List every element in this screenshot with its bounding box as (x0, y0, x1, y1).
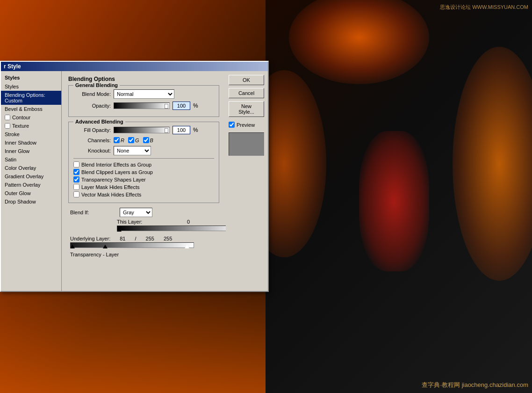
underlying-separator: / (135, 236, 136, 241)
blend-clipped-checkbox[interactable] (73, 169, 79, 175)
advanced-blending-box: Advanced Blending Fill Opacity: % Channe… (68, 122, 219, 203)
underlying-handle-left[interactable] (70, 245, 75, 248)
sidebar-item-inner-glow[interactable]: Inner Glow (1, 147, 61, 155)
channel-r-check[interactable]: R (114, 137, 124, 143)
underlying-slider-container (70, 242, 196, 248)
contour-checkbox[interactable] (5, 115, 10, 120)
sidebar-item-bevel-emboss[interactable]: Bevel & Emboss (1, 105, 61, 113)
knockout-select[interactable]: None Shallow Deep (114, 146, 151, 155)
fill-opacity-slider-container (114, 127, 170, 133)
dialog-buttons: OK Cancel New Style... Preview (226, 71, 268, 291)
vector-mask-checkbox[interactable] (73, 191, 79, 197)
styles-panel-header[interactable]: Styles (1, 73, 61, 82)
check-blend-clipped: Blend Clipped Layers as Group (73, 169, 214, 175)
sidebar-item-satin[interactable]: Satin (1, 155, 61, 164)
opacity-percent: % (193, 102, 198, 109)
underlying-layer-slider[interactable] (70, 242, 194, 248)
opacity-slider[interactable] (114, 102, 170, 109)
channel-g-label: G (135, 138, 139, 143)
channel-r-label: R (121, 138, 124, 143)
sidebar-item-drop-shadow[interactable]: Drop Shadow (1, 197, 61, 206)
ok-button[interactable]: OK (229, 75, 264, 85)
this-layer-handle-left[interactable] (117, 228, 122, 232)
knockout-label: Knockout: (73, 148, 111, 153)
blend-mode-select[interactable]: Normal Dissolve Darken Multiply (114, 89, 174, 99)
sidebar-item-blending-options[interactable]: Blending Options: Custom (1, 91, 61, 105)
sidebar-item-pattern-overlay[interactable]: Pattern Overlay (1, 181, 61, 189)
blend-if-section: Blend If: Gray Red Green Blue This Layer… (68, 208, 219, 257)
fire-right-glow (453, 47, 532, 281)
blend-interior-checkbox[interactable] (73, 161, 79, 167)
fill-opacity-row: Fill Opacity: % (73, 126, 214, 134)
opacity-slider-container (114, 102, 170, 109)
preview-box (229, 132, 264, 156)
sidebar-item-outer-glow[interactable]: Outer Glow (1, 189, 61, 197)
fire-top-glow (289, 0, 429, 84)
channel-b-checkbox[interactable] (143, 137, 149, 143)
right-background (266, 0, 532, 393)
channel-g-check[interactable]: G (128, 137, 139, 143)
underlying-val3: 255 (164, 236, 172, 241)
sidebar-item-stroke[interactable]: Stroke (1, 130, 61, 138)
this-layer-slider-container (117, 226, 226, 231)
preview-checkbox-row: Preview (229, 122, 265, 128)
dialog-titlebar: r Style (1, 62, 268, 71)
preview-label: Preview (237, 122, 255, 128)
watermark-bottom: 查字典·教程网 jiaocheng.chazidian.com (422, 381, 528, 389)
red-shirt-highlight (359, 131, 429, 271)
sidebar-item-color-overlay[interactable]: Color Overlay (1, 164, 61, 172)
knockout-row: Knockout: None Shallow Deep (73, 146, 214, 155)
layer-style-dialog: r Style Styles Styles Blending Options: … (0, 61, 269, 292)
check-blend-interior: Blend Interior Effects as Group (73, 161, 214, 167)
underlying-layer-section: Underlying Layer: 81 / 255 255 (70, 236, 217, 248)
this-layer-val1: 0 (187, 219, 190, 225)
underlying-handle-split[interactable] (103, 245, 108, 248)
preview-checkbox[interactable] (229, 122, 235, 128)
opacity-input[interactable] (173, 102, 190, 110)
transparency-shapes-label: Transparency Shapes Layer (81, 177, 146, 182)
channel-g-checkbox[interactable] (128, 137, 134, 143)
sidebar-item-contour[interactable]: Contour (1, 113, 61, 122)
fill-opacity-input[interactable] (173, 126, 190, 134)
blend-mode-row: Blend Mode: Normal Dissolve Darken Multi… (73, 89, 214, 99)
opacity-row: Opacity: % (73, 102, 214, 110)
underlying-val1: 81 (120, 236, 125, 241)
new-style-button[interactable]: New Style... (229, 101, 264, 117)
blend-if-label: Blend If: (70, 210, 117, 215)
fill-opacity-label: Fill Opacity: (73, 127, 111, 133)
channel-b-check[interactable]: B (143, 137, 153, 143)
channels-checkboxes: R G B (114, 137, 153, 143)
blend-interior-label: Blend Interior Effects as Group (81, 162, 151, 167)
this-layer-label: This Layer: (117, 219, 142, 225)
opacity-label: Opacity: (73, 103, 111, 109)
blend-clipped-label: Blend Clipped Layers as Group (81, 169, 153, 175)
layer-mask-checkbox[interactable] (73, 184, 79, 190)
general-blending-box: General Blending Blend Mode: Normal Diss… (68, 85, 219, 117)
transparency-shapes-checkbox[interactable] (73, 176, 79, 182)
layer-mask-label: Layer Mask Hides Effects (81, 184, 140, 190)
underlying-handle-right[interactable] (185, 245, 189, 248)
fill-opacity-percent: % (193, 127, 198, 133)
vector-mask-label: Vector Mask Hides Effects (81, 192, 141, 197)
cancel-button[interactable]: Cancel (229, 88, 264, 98)
underlying-layer-header: Underlying Layer: 81 / 255 255 (70, 236, 217, 241)
sidebar-item-inner-shadow[interactable]: Inner Shadow (1, 138, 61, 147)
this-layer-slider[interactable] (117, 226, 226, 231)
main-content-area: Blending Options General Blending Blend … (62, 71, 226, 291)
channels-label: Channels: (73, 138, 111, 143)
check-vector-mask: Vector Mask Hides Effects (73, 191, 214, 197)
underlying-layer-label: Underlying Layer: (70, 236, 110, 241)
watermark-top: 思逸设计论坛 WWW.MISSYUAN.COM (440, 4, 528, 11)
channel-r-checkbox[interactable] (114, 137, 120, 143)
sidebar-item-gradient-overlay[interactable]: Gradient Overlay (1, 172, 61, 181)
sidebar-item-texture[interactable]: Texture (1, 122, 61, 130)
fill-opacity-slider[interactable] (114, 127, 170, 133)
check-layer-mask: Layer Mask Hides Effects (73, 184, 214, 190)
general-blending-title: General Blending (73, 82, 120, 88)
underlying-val2: 255 (146, 236, 154, 241)
this-layer-section: This Layer: 0 255 (70, 219, 217, 231)
blend-if-select[interactable]: Gray Red Green Blue (120, 208, 152, 217)
advanced-blending-title: Advanced Blending (73, 119, 125, 124)
sidebar-item-styles[interactable]: Styles (1, 82, 61, 91)
texture-checkbox[interactable] (5, 123, 10, 129)
